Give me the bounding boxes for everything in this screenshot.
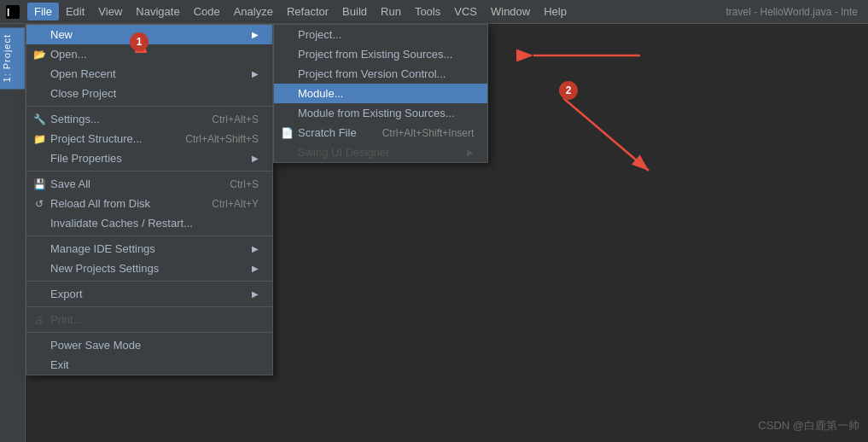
sidebar: 1: Project [0, 24, 26, 442]
menu-item-export[interactable]: Export ▶ [26, 284, 272, 304]
submenu-item-swing-ui[interactable]: Swing UI Designer ▶ [274, 142, 487, 162]
menu-file[interactable]: File [27, 3, 59, 20]
menu-item-save-all[interactable]: 💾 Save All Ctrl+S [26, 174, 272, 194]
menu-build[interactable]: Build [335, 3, 374, 20]
print-icon: 🖨 [32, 314, 47, 326]
menu-window[interactable]: Window [484, 3, 537, 20]
menu-run[interactable]: Run [374, 3, 408, 20]
shortcut: Ctrl+Alt+Y [186, 198, 259, 210]
shortcut: Ctrl+Alt+Shift+S [160, 133, 259, 145]
separator [26, 281, 272, 282]
submenu-arrow: ▶ [243, 154, 259, 163]
open-icon: 📂 [32, 49, 47, 61]
shortcut: Ctrl+Alt+Shift+Insert [357, 127, 475, 139]
menu-item-power-save[interactable]: Power Save Mode [26, 335, 272, 355]
submenu-arrow: ▶ [243, 264, 259, 273]
separator [26, 332, 272, 333]
menu-code[interactable]: Code [187, 3, 227, 20]
menu-view[interactable]: View [91, 3, 129, 20]
scratch-icon: 📄 [279, 127, 294, 139]
separator [26, 106, 272, 107]
submenu-arrow: ▶ [243, 244, 259, 253]
submenu-item-project-existing[interactable]: Project from Existing Sources... [274, 44, 487, 64]
menu-item-new[interactable]: New ▶ [26, 25, 272, 44]
menu-navigate[interactable]: Navigate [129, 3, 186, 20]
save-icon: 💾 [32, 178, 47, 190]
menu-item-close-project[interactable]: Close Project [26, 84, 272, 103]
menu-item-exit[interactable]: Exit [26, 355, 272, 375]
submenu-item-project-vcs[interactable]: Project from Version Control... [274, 64, 487, 84]
separator [26, 171, 272, 172]
annotation-circle-1: 1 [130, 32, 149, 51]
submenu-item-module[interactable]: Module... [274, 84, 487, 103]
menu-item-print[interactable]: 🖨 Print... [26, 310, 272, 329]
shortcut: Ctrl+Alt+S [186, 113, 259, 125]
menu-item-reload[interactable]: ↺ Reload All from Disk Ctrl+Alt+Y [26, 194, 272, 213]
menu-item-open-recent[interactable]: Open Recent ▶ [26, 64, 272, 84]
svg-text:I: I [7, 7, 9, 19]
menu-item-new-projects[interactable]: New Projects Settings ▶ [26, 259, 272, 278]
separator [26, 306, 272, 307]
sidebar-tab-project[interactable]: 1: Project [0, 27, 25, 89]
submenu-item-project[interactable]: Project... [274, 25, 487, 44]
watermark: CSDN @白鹿第一帅 [758, 418, 859, 433]
menu-edit[interactable]: Edit [59, 3, 91, 20]
menu-item-open[interactable]: 📂 Open... [26, 44, 272, 64]
project-structure-icon: 📁 [32, 133, 47, 145]
submenu-arrow: ▶ [243, 69, 259, 79]
menu-vcs[interactable]: VCS [447, 3, 484, 20]
file-menu: New ▶ 📂 Open... Open Recent ▶ Close Proj… [26, 24, 273, 375]
menu-item-settings[interactable]: 🔧 Settings... Ctrl+Alt+S [26, 109, 272, 129]
app-logo: I [3, 3, 22, 21]
menu-help[interactable]: Help [537, 3, 574, 20]
menu-item-invalidate[interactable]: Invalidate Caches / Restart... [26, 213, 272, 233]
menu-item-file-properties[interactable]: File Properties ▶ [26, 148, 272, 168]
menu-item-project-structure[interactable]: 📁 Project Structure... Ctrl+Alt+Shift+S [26, 129, 272, 148]
shortcut: Ctrl+S [204, 178, 259, 190]
settings-icon: 🔧 [32, 113, 47, 125]
submenu-item-module-existing[interactable]: Module from Existing Sources... [274, 103, 487, 123]
window-title: travel - HelloWorld.java - Inte [726, 6, 865, 18]
submenu-arrow: ▶ [243, 30, 259, 39]
menu-tools[interactable]: Tools [408, 3, 447, 20]
menu-refactor[interactable]: Refactor [280, 3, 335, 20]
menu-analyze[interactable]: Analyze [227, 3, 280, 20]
menubar: I File Edit View Navigate Code Analyze R… [0, 0, 868, 24]
reload-icon: ↺ [32, 198, 47, 210]
separator [26, 236, 272, 236]
annotation-circle-2: 2 [559, 81, 578, 100]
submenu-item-scratch-file[interactable]: 📄 Scratch File Ctrl+Alt+Shift+Insert [274, 123, 487, 142]
menu-item-manage-ide[interactable]: Manage IDE Settings ▶ [26, 239, 272, 259]
submenu-arrow: ▶ [243, 289, 259, 299]
submenu-arrow: ▶ [458, 148, 474, 157]
new-submenu: Project... Project from Existing Sources… [273, 24, 488, 163]
